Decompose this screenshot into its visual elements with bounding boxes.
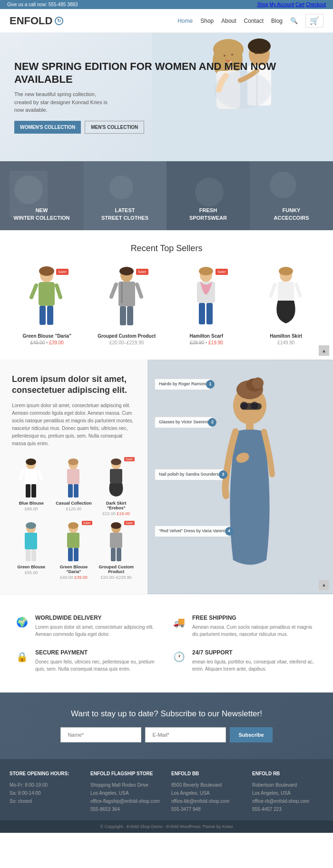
lb-svg-2	[60, 458, 87, 499]
footer-hours-title: STORE OPENING HOURS:	[10, 771, 81, 776]
top-nav-account[interactable]: My Account	[270, 2, 294, 7]
price-range-2: £20.00–£229.90	[109, 340, 144, 345]
newsletter-section: Want to stay up to date? Subscribe to ou…	[0, 692, 333, 759]
product-card-1[interactable]: Sale! Green Blouse "Daria" £49.00 •	[10, 263, 85, 345]
svg-point-41	[199, 267, 213, 275]
product-card-4[interactable]: Hamilton Skirt £149.90	[249, 263, 324, 345]
lb-price-2: £120.00	[54, 507, 93, 511]
footer-hours-weekday: Mo-Fr: 8:00-19:00	[10, 781, 81, 789]
cart-icon[interactable]: 🛒	[305, 14, 323, 28]
svg-line-30	[31, 285, 36, 297]
lookbook-right: Hairdo by Roger Ramoni 1 Glasses by Vict…	[147, 360, 333, 594]
lb-price-4: £55.00	[12, 570, 50, 575]
lookbook-section: Lorem ipsum dolor sit amet, consectetuer…	[0, 360, 333, 594]
lb-product-3[interactable]: Sale! Dark Skirt "Erebos" £22.00 £19.00	[97, 456, 136, 516]
new-price-3: £19.90	[208, 340, 223, 345]
lb-name-4: Green Blouse	[12, 565, 50, 569]
mens-collection-button[interactable]: MEN'S COLLECTION	[85, 121, 144, 134]
top-nav-checkout[interactable]: Checkout	[306, 2, 326, 7]
top-nav-cart[interactable]: Cart	[295, 2, 304, 7]
svg-line-55	[20, 471, 23, 478]
svg-rect-54	[31, 484, 36, 497]
womens-collection-button[interactable]: WOMEN'S COLLECTION	[14, 121, 81, 134]
product-card-2[interactable]: Sale! Grouped Custom Product £20.00–£	[89, 263, 165, 345]
feature-shipping-text: FREE SHIPPING Aenean massa. Cum sociis n…	[192, 614, 314, 638]
nav-contact[interactable]: Contact	[244, 18, 264, 24]
svg-rect-53	[26, 484, 30, 497]
svg-point-18	[14, 176, 43, 204]
lb-product-1[interactable]: Blue Blouse £89.00	[12, 456, 50, 516]
lb-name-6: Grouped Custom Product	[97, 565, 136, 574]
cat-street-clothes[interactable]: LATEST STREET CLOTHES	[83, 161, 166, 230]
cat-sportswear[interactable]: FRESH SPORTSWEAR	[166, 161, 250, 230]
svg-point-71	[68, 522, 78, 529]
footer-flagship-email[interactable]: office-flagship@enfold-shop.com	[90, 797, 162, 805]
svg-rect-37	[127, 306, 133, 325]
lb-img-1	[12, 456, 50, 499]
nav-about[interactable]: About	[221, 18, 236, 24]
svg-rect-43	[199, 303, 205, 324]
lb-name-1: Blue Blouse	[12, 501, 50, 506]
feature-payment-title: SECURE PAYMENT	[35, 649, 157, 656]
footer-bb-address1: 8500 Beverly Boulevard	[171, 781, 243, 789]
hero-title: NEW SPRING EDITION FOR WOMEN AND MEN NOW…	[14, 60, 319, 86]
footer-col-bb: ENFOLD BB 8500 Beverly Boulevard Los Ang…	[171, 771, 243, 813]
hotspot-1[interactable]: Hairdo by Roger Ramoni 1	[155, 379, 210, 390]
svg-rect-74	[74, 548, 78, 561]
svg-rect-35	[121, 282, 123, 303]
svg-point-84	[252, 377, 264, 389]
products-grid: Sale! Green Blouse "Daria" £49.00 •	[0, 263, 333, 360]
svg-rect-72	[67, 533, 79, 548]
lookbook-products-grid: Blue Blouse £89.00 Casual Collection	[12, 456, 136, 580]
product-img-3: Sale!	[169, 263, 244, 330]
newsletter-email-input[interactable]	[145, 727, 226, 742]
svg-rect-78	[111, 548, 116, 561]
newsletter-subscribe-button[interactable]: Subscribe	[230, 727, 272, 742]
footer-bottom: © Copyright - Enfold Shop Demo - Enfold …	[0, 820, 333, 833]
svg-point-63	[111, 458, 121, 465]
hotspot-3[interactable]: Nail polish by Sandra Sounders 3	[155, 469, 223, 480]
nav-home[interactable]: Home	[177, 18, 193, 24]
lb-product-4[interactable]: Green Blouse £55.00	[12, 520, 50, 580]
hotspot-2[interactable]: Glasses by Victor Seereni 2	[155, 417, 212, 428]
lb-price-3: £22.00 £19.00	[97, 511, 136, 516]
lb-product-6[interactable]: Sale! Grouped Custom Product £20.00–£229…	[97, 520, 136, 580]
footer-bb-title: ENFOLD BB	[171, 771, 243, 776]
nav-shop[interactable]: Shop	[200, 18, 214, 24]
hotspot-3-text: Nail polish by Sandra Sounders	[159, 472, 219, 477]
search-icon[interactable]: 🔍	[290, 17, 298, 24]
product-card-3[interactable]: Sale! Hamilton Scarf £29.90 • £1	[169, 263, 244, 345]
feature-payment-text: SECURE PAYMENT Donec quam felis, ultrici…	[35, 649, 157, 673]
lb-name-5: Green Blouse "Daria"	[54, 565, 93, 574]
hotspot-4-text: "Red Velvet" Dress by Varia Vareni	[159, 528, 225, 533]
top-nav-shop[interactable]: Shop	[257, 2, 268, 7]
svg-line-38	[111, 284, 116, 297]
lb-product-2[interactable]: Casual Collection £120.00	[54, 456, 93, 516]
feature-delivery-text: WORLDWIDE DELIVERY Lorem ipsum dolor sit…	[35, 614, 157, 638]
hotspot-4[interactable]: "Red Velvet" Dress by Varia Vareni 4	[155, 526, 229, 537]
product-price-2: £20.00–£229.90	[89, 340, 165, 345]
lb-product-5[interactable]: Sale! Green Blouse "Daria" £49.00 £39.00	[54, 520, 93, 580]
feature-support-desc: enean leo ligula, porttitor eu, consequa…	[192, 658, 314, 673]
nav-blog[interactable]: Blog	[271, 18, 283, 24]
lookbook-scroll-btn[interactable]: ▲	[319, 580, 329, 590]
scroll-top-button[interactable]: ▲	[319, 345, 329, 356]
cat-winter-text: NEW WINTER COLLECTION	[0, 207, 83, 222]
svg-rect-52	[25, 469, 37, 484]
feature-payment-desc: Donec quam felis, ultricies nec, pellent…	[35, 658, 157, 673]
svg-point-76	[111, 522, 121, 529]
feature-shipping-desc: Aenean massa. Cum sociis natoque penatib…	[192, 624, 314, 638]
footer-bb-email[interactable]: office-bb@enfold-shop.com	[171, 797, 243, 805]
svg-point-87	[251, 401, 258, 409]
logo[interactable]: ENFOLD	[10, 15, 63, 27]
cat-accessories[interactable]: FUNKY ACCECCOIRS	[250, 161, 333, 230]
footer-rb-email[interactable]: office-rb@enfold-shop.com	[252, 797, 323, 805]
cat-winter-line2: WINTER COLLECTION	[0, 215, 83, 222]
cat-winter-collection[interactable]: NEW WINTER COLLECTION	[0, 161, 83, 230]
newsletter-name-input[interactable]	[60, 727, 141, 742]
svg-rect-27	[39, 282, 55, 306]
product-name-2: Grouped Custom Product	[89, 333, 165, 339]
cat-street-line2: STREET CLOTHES	[83, 215, 166, 222]
svg-point-26	[39, 266, 54, 276]
svg-rect-61	[74, 484, 78, 497]
